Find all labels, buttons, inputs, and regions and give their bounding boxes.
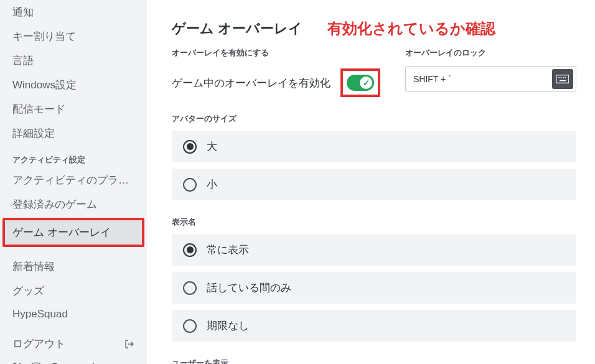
sidebar: 通知 キー割り当て 言語 Windows設定 配信モード 詳細設定 アクティビテ… <box>0 0 147 364</box>
radio-icon <box>183 243 197 257</box>
radio-icon <box>183 281 197 295</box>
overlay-toggle[interactable]: ✓ <box>347 75 374 91</box>
svg-rect-8 <box>558 77 560 78</box>
enable-overlay-label: オーバーレイを有効にする <box>172 47 380 58</box>
option-label: 話している間のみ <box>207 281 291 295</box>
sidebar-item-registered-games[interactable]: 登録済みのゲーム <box>5 192 142 217</box>
option-label: 大 <box>207 139 217 154</box>
sidebar-item-notifications[interactable]: 通知 <box>5 0 142 24</box>
avatar-size-large[interactable]: 大 <box>172 131 576 162</box>
overlay-lock-value: SHIFT + ` <box>413 74 552 84</box>
highlight-toggle: ✓ <box>340 68 380 97</box>
option-label: 期限なし <box>207 319 249 333</box>
svg-rect-10 <box>563 77 564 78</box>
overlay-lock-label: オーバーレイのロック <box>405 47 576 58</box>
option-label: 常に表示 <box>207 243 249 257</box>
sidebar-item-language[interactable]: 言語 <box>5 49 142 73</box>
radio-icon <box>183 140 197 154</box>
show-user-label: ユーザーを表示 <box>172 358 576 364</box>
sidebar-item-activity-privacy[interactable]: アクティビティのプラ… <box>5 168 142 192</box>
enable-overlay-text: ゲーム中のオーバーレイを有効化 <box>172 76 330 90</box>
logout-icon <box>124 339 134 349</box>
overlay-lock-input[interactable]: SHIFT + ` <box>405 66 576 92</box>
sidebar-item-streamer[interactable]: 配信モード <box>5 97 142 121</box>
svg-rect-12 <box>560 80 566 82</box>
sidebar-item-game-overlay[interactable]: ゲーム オーバーレイ <box>5 220 142 245</box>
svg-rect-9 <box>561 77 562 78</box>
display-name-label: 表示名 <box>172 217 576 228</box>
radio-icon <box>183 178 197 192</box>
logout-button[interactable]: ログアウト <box>5 333 142 355</box>
keyboard-icon[interactable] <box>552 69 573 89</box>
display-always[interactable]: 常に表示 <box>172 234 576 266</box>
logout-label: ログアウト <box>12 337 65 351</box>
sidebar-item-advanced[interactable]: 詳細設定 <box>5 121 142 146</box>
svg-rect-7 <box>556 75 569 83</box>
svg-rect-11 <box>565 77 566 78</box>
radio-icon <box>183 319 197 333</box>
display-speaking[interactable]: 話している間のみ <box>172 272 576 304</box>
sidebar-item-merch[interactable]: グッズ <box>5 279 142 303</box>
page-title: ゲーム オーバーレイ <box>172 19 302 38</box>
sidebar-item-news[interactable]: 新着情報 <box>5 254 142 279</box>
display-never[interactable]: 期限なし <box>172 310 576 342</box>
check-icon: ✓ <box>360 77 372 89</box>
sidebar-item-keybinds[interactable]: キー割り当て <box>5 24 142 49</box>
avatar-size-label: アバターのサイズ <box>172 113 576 124</box>
sidebar-header-activity: アクティビティ設定 <box>5 146 142 168</box>
sidebar-item-windows[interactable]: Windows設定 <box>5 73 142 97</box>
main-content: ゲーム オーバーレイ 有効化されているか確認 オーバーレイを有効にする ゲーム中… <box>147 0 595 364</box>
social-links <box>5 355 142 364</box>
highlight-game-overlay: ゲーム オーバーレイ <box>2 218 144 247</box>
sidebar-item-hypesquad[interactable]: HypeSquad <box>5 303 142 325</box>
annotation-text: 有効化されているか確認 <box>327 19 495 39</box>
avatar-size-small[interactable]: 小 <box>172 169 576 200</box>
option-label: 小 <box>207 177 217 192</box>
